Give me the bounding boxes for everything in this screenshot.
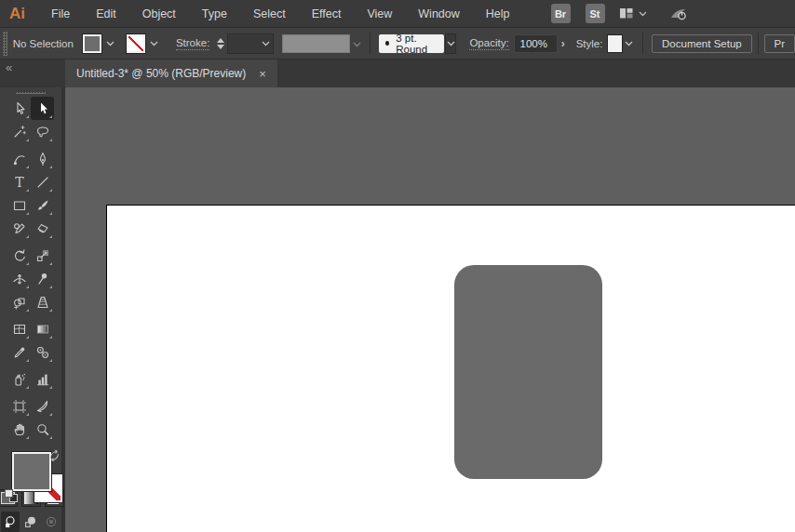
blend-tool[interactable]	[31, 340, 54, 364]
type-tool[interactable]: T	[7, 170, 31, 193]
flyout-corner-icon	[49, 212, 52, 215]
preferences-button[interactable]: Pr	[764, 34, 795, 53]
swap-fill-stroke-icon[interactable]	[48, 448, 61, 465]
graphic-style-swatch[interactable]	[608, 35, 621, 52]
eyedropper-tool[interactable]	[7, 340, 31, 364]
pen-tool[interactable]	[31, 147, 54, 170]
menu-item-select[interactable]: Select	[240, 0, 299, 28]
selection-tool[interactable]	[7, 97, 31, 120]
svg-text:T: T	[15, 175, 24, 190]
stepper-down-icon[interactable]	[217, 45, 224, 49]
menu-item-edit[interactable]: Edit	[83, 0, 129, 28]
menu-item-view[interactable]: View	[354, 0, 405, 28]
hand-tool-icon	[12, 422, 27, 437]
menu-item-effect[interactable]: Effect	[299, 0, 355, 28]
rotate-tool[interactable]	[7, 244, 31, 267]
stroke-color-control[interactable]	[127, 34, 161, 53]
opacity-input[interactable]: 100%	[514, 34, 558, 53]
flyout-corner-icon	[26, 115, 29, 118]
artboard-tool-icon	[12, 399, 27, 414]
workspace-layout-icon	[619, 7, 634, 20]
menu-item-type[interactable]: Type	[189, 0, 240, 28]
flyout-corner-icon	[26, 436, 29, 439]
separator	[370, 33, 371, 55]
artboard[interactable]	[106, 205, 795, 532]
rectangle-tool[interactable]	[7, 193, 31, 217]
shaper-tool[interactable]	[7, 217, 31, 240]
fill-color-swatch[interactable]	[83, 34, 101, 53]
stroke-weight-stepper[interactable]	[217, 38, 224, 49]
brush-definition-dropdown-button[interactable]	[445, 33, 456, 54]
slice-tool[interactable]	[31, 394, 54, 418]
artboard-tool[interactable]	[7, 394, 31, 418]
stepper-up-icon[interactable]	[217, 38, 224, 43]
selection-tool-icon	[12, 101, 27, 116]
perspective-grid-tool-icon	[35, 295, 50, 310]
perspective-grid-tool[interactable]	[31, 290, 54, 313]
paintbrush-tool[interactable]	[31, 193, 54, 217]
draw-normal-mode-icon	[3, 514, 18, 529]
drawn-rounded-rectangle-shape[interactable]	[454, 265, 602, 479]
opacity-label[interactable]: Opacity:	[469, 37, 508, 50]
default-fill-stroke-icon[interactable]	[5, 489, 18, 502]
tools-panel-grip[interactable]	[16, 92, 46, 94]
menu-item-file[interactable]: File	[38, 0, 83, 28]
brush-definition-field[interactable]: 3 pt. Round	[379, 34, 444, 53]
shape-builder-tool[interactable]	[7, 290, 31, 313]
fill-color-dropdown-button[interactable]	[103, 34, 117, 53]
control-bar-grip[interactable]	[3, 32, 7, 56]
workspace-switcher[interactable]	[619, 7, 647, 20]
curvature-tool[interactable]	[7, 147, 31, 170]
fill-color-control[interactable]	[83, 34, 117, 53]
direct-selection-tool[interactable]	[31, 97, 54, 120]
column-graph-tool[interactable]	[31, 367, 54, 391]
line-segment-tool[interactable]	[31, 170, 54, 193]
style-label: Style:	[576, 38, 603, 49]
fill-stroke-widget	[0, 448, 61, 485]
mesh-tool[interactable]	[7, 317, 31, 340]
gpu-performance-indicator[interactable]	[669, 6, 690, 22]
stroke-color-swatch-none[interactable]	[127, 34, 145, 53]
document-tab[interactable]: Untitled-3* @ 50% (RGB/Preview) ×	[65, 60, 277, 87]
close-tab-icon[interactable]: ×	[259, 68, 266, 80]
menu-item-help[interactable]: Help	[473, 0, 523, 28]
gradient-tool[interactable]	[31, 317, 54, 340]
draw-normal-mode[interactable]	[1, 512, 20, 532]
menu-item-window[interactable]: Window	[405, 0, 472, 28]
stroke-weight-dropdown[interactable]	[227, 33, 274, 54]
variable-width-profile-dropdown	[282, 34, 350, 53]
flyout-corner-icon	[49, 336, 52, 339]
draw-behind-mode[interactable]	[21, 512, 40, 532]
puppet-warp-tool[interactable]	[31, 267, 54, 290]
stroke-weight-label[interactable]: Stroke:	[176, 37, 209, 50]
fill-proxy-swatch[interactable]	[12, 452, 51, 491]
symbol-sprayer-tool[interactable]	[7, 367, 31, 391]
chevron-down-icon	[262, 41, 270, 47]
canvas-area[interactable]	[65, 87, 795, 532]
separator	[758, 33, 759, 55]
bridge-button[interactable]: Br	[551, 4, 571, 23]
scale-tool-icon	[35, 248, 50, 263]
flyout-corner-icon	[49, 309, 52, 312]
graphic-style-dropdown-button[interactable]	[624, 34, 635, 53]
separator	[642, 33, 643, 55]
eraser-tool[interactable]	[31, 217, 54, 240]
scale-tool[interactable]	[31, 244, 54, 267]
magic-wand-tool[interactable]	[7, 120, 31, 143]
width-tool[interactable]	[7, 267, 31, 290]
flyout-corner-icon	[49, 413, 52, 416]
stock-button[interactable]: St	[586, 4, 605, 23]
toolbar-collapse-icon[interactable]: «	[6, 60, 12, 74]
hand-tool[interactable]	[7, 418, 31, 441]
chevron-down-icon	[106, 41, 115, 47]
flyout-corner-icon	[49, 115, 52, 118]
lasso-tool[interactable]	[31, 120, 54, 143]
opacity-expander-icon[interactable]: ›	[561, 37, 565, 50]
stroke-color-dropdown-button[interactable]	[147, 34, 161, 53]
column-graph-tool-icon	[35, 372, 50, 387]
rectangle-tool-icon	[12, 198, 27, 213]
document-setup-button[interactable]: Document Setup	[652, 34, 752, 53]
drawing-mode-buttons	[1, 512, 61, 532]
menu-item-object[interactable]: Object	[129, 0, 189, 28]
zoom-tool[interactable]	[31, 418, 54, 441]
